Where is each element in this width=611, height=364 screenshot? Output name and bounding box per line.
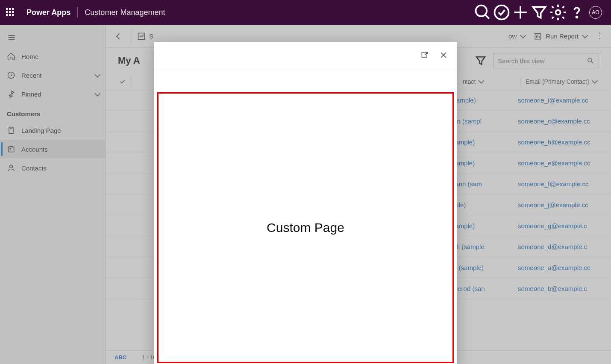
avatar-initials: AO: [592, 9, 599, 15]
task-icon[interactable]: [492, 3, 511, 22]
svg-point-0: [476, 6, 487, 17]
svg-rect-18: [422, 52, 427, 57]
svg-line-1: [485, 15, 489, 19]
header-separator: [77, 7, 78, 18]
brand-label: Power Apps: [26, 8, 70, 17]
custom-page-dialog: Custom Page: [154, 42, 457, 364]
app-name-label: Customer Management: [85, 8, 165, 17]
gear-icon[interactable]: [549, 3, 567, 22]
popout-button[interactable]: [420, 51, 429, 61]
global-header: Power Apps Customer Management AO: [0, 0, 611, 25]
filter-icon[interactable]: [530, 3, 549, 22]
user-avatar[interactable]: AO: [586, 3, 605, 22]
search-icon[interactable]: [473, 3, 492, 22]
app-launcher-icon[interactable]: [6, 8, 15, 17]
svg-point-6: [576, 17, 578, 18]
help-icon[interactable]: [567, 3, 586, 22]
svg-point-2: [495, 6, 509, 20]
close-button[interactable]: [439, 51, 448, 61]
custom-page-label: Custom Page: [267, 220, 344, 235]
custom-page-frame: Custom Page: [157, 92, 454, 363]
add-icon[interactable]: [511, 3, 530, 22]
svg-point-5: [556, 10, 561, 15]
